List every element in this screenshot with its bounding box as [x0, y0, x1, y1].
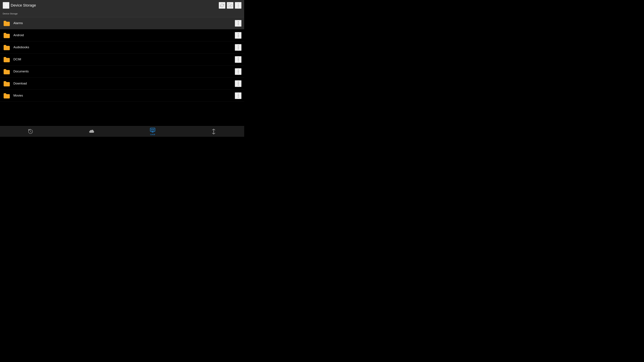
more-vert-icon: [238, 3, 239, 7]
folder-more-button[interactable]: [235, 92, 242, 99]
folder-name: Audiobooks: [14, 45, 235, 49]
folder-more-button[interactable]: [235, 68, 242, 75]
folder-more-icon: [238, 21, 239, 25]
header-actions: [219, 2, 242, 9]
svg-point-6: [153, 129, 154, 130]
folder-name: Download: [14, 82, 235, 85]
breadcrumb: Device Storage: [0, 11, 244, 17]
folder-more-icon: [238, 57, 239, 61]
folder-more-icon: [238, 69, 239, 73]
folder-more-icon: [238, 82, 239, 85]
recent-icon: [28, 129, 33, 134]
app-header: Device Storage: [0, 0, 244, 11]
folder-more-icon: [238, 33, 239, 37]
nav-item-transfer[interactable]: [207, 129, 220, 134]
folder-icon: [3, 19, 11, 27]
header-more-button[interactable]: [235, 2, 242, 9]
folder-more-button[interactable]: [235, 56, 242, 63]
folder-list: Alarms Android: [0, 17, 244, 137]
local-icon: [150, 128, 155, 133]
svg-rect-4: [151, 129, 154, 131]
list-item[interactable]: Audiobooks: [0, 41, 244, 53]
list-item[interactable]: Download: [0, 78, 244, 90]
back-button[interactable]: [3, 2, 10, 9]
breadcrumb-text: Device Storage: [3, 12, 18, 15]
folder-more-button[interactable]: [235, 44, 242, 51]
folder-name: Movies: [14, 94, 235, 97]
nav-local-label: Local: [150, 133, 155, 136]
svg-point-5: [152, 129, 152, 130]
folder-icon: [3, 80, 11, 88]
folder-icon: [3, 67, 11, 76]
folder-icon: [3, 92, 11, 100]
nav-item-cloud[interactable]: [85, 129, 98, 134]
list-item[interactable]: Documents: [0, 65, 244, 78]
folder-name: Alarms: [14, 21, 235, 25]
list-item[interactable]: DCIM: [0, 53, 244, 65]
transfer-icon: [211, 129, 216, 134]
bottom-nav: Local: [0, 126, 244, 137]
list-item[interactable]: Alarms: [0, 17, 244, 29]
folder-icon: [3, 55, 11, 63]
folder-name: Android: [14, 33, 235, 37]
folder-more-button[interactable]: [235, 80, 242, 87]
new-folder-button[interactable]: [227, 2, 234, 9]
folder-more-icon: [238, 45, 239, 49]
refresh-button[interactable]: [219, 2, 226, 9]
nav-item-local[interactable]: Local: [146, 128, 159, 136]
folder-name: Documents: [14, 70, 235, 73]
refresh-icon: [220, 3, 224, 7]
list-item[interactable]: Android: [0, 29, 244, 41]
folder-more-button[interactable]: [235, 20, 242, 27]
folder-icon: [3, 43, 11, 51]
folder-name: DCIM: [14, 58, 235, 61]
main-content: Device Storage Alarms: [0, 11, 244, 137]
folder-more-icon: [238, 94, 239, 97]
page-title: Device Storage: [11, 3, 219, 7]
folder-icon: [3, 31, 11, 39]
nav-item-recent[interactable]: [24, 129, 37, 134]
new-folder-icon: [228, 3, 232, 7]
cloud-icon: [89, 129, 94, 134]
list-item[interactable]: Movies: [0, 90, 244, 102]
folder-more-button[interactable]: [235, 32, 242, 39]
